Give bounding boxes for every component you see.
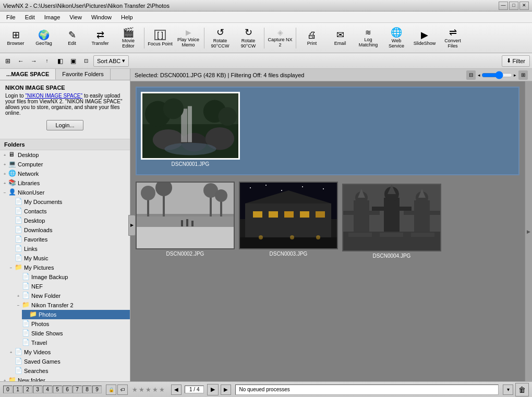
tree-item-new-folder2[interactable]: + 📁 New folder — [0, 376, 130, 381]
tree-item-links[interactable]: 📄 Links — [7, 244, 130, 254]
menu-edit[interactable]: Edit — [21, 13, 39, 21]
star-5[interactable]: ★ — [159, 386, 165, 393]
sort-button[interactable]: Sort ABC ▾ — [93, 55, 129, 67]
queue-dropdown-button[interactable]: ▾ — [503, 384, 513, 395]
tree-item-photos2[interactable]: 📄 Photos — [15, 319, 130, 329]
num-9[interactable]: 9 — [92, 386, 102, 393]
delete-button[interactable]: 🗑 — [515, 383, 529, 396]
tree-item-desktop2[interactable]: 📄 Desktop — [7, 216, 130, 225]
expander-libraries[interactable]: + — [1, 179, 8, 187]
rotate-cw-button[interactable]: ↻ Rotate 90°CW — [235, 25, 262, 52]
play-voice-button[interactable]: ▶ Play Voice Memo — [175, 25, 202, 52]
num-3[interactable]: 3 — [33, 386, 42, 393]
edit-button[interactable]: ✎ Edit — [58, 25, 86, 52]
transfer-button[interactable]: ⇄ Transfer — [87, 25, 114, 52]
num-5[interactable]: 5 — [53, 386, 62, 393]
tree-item-travel[interactable]: 📄 Travel — [15, 338, 130, 347]
rotate-ccw-button[interactable]: ↺ Rotate 90°CCW — [207, 25, 234, 52]
menu-help[interactable]: Help — [117, 13, 137, 21]
tree-item-saved-games[interactable]: 📄 Saved Games — [7, 357, 130, 366]
focus-point-button[interactable]: [ ] Focus Point — [147, 25, 174, 52]
view-mode-button[interactable]: ▣ — [67, 55, 79, 67]
num-6[interactable]: 6 — [63, 386, 72, 393]
nav-forward-button[interactable]: → — [28, 55, 40, 67]
capture-nx-button[interactable]: ◈ Capture NX 2 — [267, 25, 294, 52]
copy-button[interactable]: ⊡ — [80, 55, 92, 67]
view-single-icon[interactable]: ⊟ — [466, 70, 476, 80]
tree-item-network[interactable]: + 🌐 Network — [0, 169, 130, 178]
next-image-button[interactable]: ▶ — [221, 384, 231, 395]
expander-computer[interactable]: + — [1, 161, 8, 168]
star-4[interactable]: ★ — [152, 386, 158, 393]
num-4[interactable]: 4 — [43, 386, 52, 393]
num-2[interactable]: 2 — [23, 386, 32, 393]
tree-item-downloads[interactable]: 📄 Downloads — [7, 225, 130, 235]
zoom-slider[interactable] — [481, 72, 513, 78]
view-multi-icon[interactable]: ⊞ — [518, 70, 528, 80]
image-cell-3[interactable]: DSCN0003.JPG — [239, 182, 338, 259]
tree-item-my-pictures[interactable]: − 📁 My Pictures — [7, 263, 130, 272]
tree-item-desktop[interactable]: + 🖥 Desktop — [0, 150, 130, 160]
right-panel-toggle[interactable]: ▶ — [525, 81, 532, 381]
tree-item-nikonuser[interactable]: − 👤 NikonUser — [0, 188, 130, 197]
menu-file[interactable]: File — [2, 13, 20, 21]
log-matching-button[interactable]: ≋ Log Matching — [355, 25, 382, 52]
close-button[interactable]: ✕ — [519, 2, 529, 10]
expander-network[interactable]: + — [1, 170, 8, 177]
filter-button[interactable]: ⬇ Filter — [502, 55, 530, 67]
minimize-button[interactable]: — — [499, 2, 508, 10]
tree-item-searches[interactable]: 📄 Searches — [7, 366, 130, 376]
convert-files-button[interactable]: ⇌ Convert Files — [439, 25, 466, 52]
tree-item-libraries[interactable]: + 📚 Libraries — [0, 178, 130, 188]
tree-item-new-folder[interactable]: + 📄 New Folder — [15, 291, 130, 300]
menu-window[interactable]: Window — [87, 13, 116, 21]
tree-item-nef[interactable]: 📄 NEF — [15, 282, 130, 291]
tree-item-computer[interactable]: + 💻 Computer — [0, 160, 130, 169]
tree-item-my-documents[interactable]: 📄 My Documents — [7, 197, 130, 207]
menu-image[interactable]: Image — [40, 13, 65, 21]
browser-button[interactable]: ⊞ Browser — [2, 25, 29, 52]
flag-button[interactable]: 🏷 — [117, 384, 128, 395]
star-2[interactable]: ★ — [139, 386, 144, 393]
star-1[interactable]: ★ — [132, 386, 138, 393]
num-8[interactable]: 8 — [82, 386, 92, 393]
expander-nikonuser[interactable]: − — [1, 189, 8, 196]
image-cell-4[interactable]: DSCN0004.JPG — [342, 184, 441, 259]
maximize-button[interactable]: □ — [509, 2, 518, 10]
tree-item-slide-shows[interactable]: 📄 Slide Shows — [15, 329, 130, 338]
tree-item-photos-selected[interactable]: 📁 Photos — [22, 310, 130, 319]
tab-favorite-folders[interactable]: Favorite Folders — [56, 69, 110, 80]
num-1[interactable]: 1 — [13, 386, 22, 393]
tree-item-nikon-transfer2[interactable]: − 📁 Nikon Transfer 2 — [15, 300, 130, 310]
print-button[interactable]: 🖨 Print — [298, 25, 325, 52]
image-cell-1[interactable]: DSCN0001.JPG — [141, 92, 240, 167]
menu-view[interactable]: View — [65, 13, 86, 21]
image-cell-2[interactable]: DSCN0002.JPG — [136, 182, 235, 259]
web-service-button[interactable]: 🌐 Web Service — [383, 25, 410, 52]
tab-image-space[interactable]: ...MAGE SPACE — [0, 69, 56, 80]
slideshow-button[interactable]: ▶ SlideShow — [411, 25, 438, 52]
collapse-panel-button[interactable]: ▶ — [128, 215, 136, 236]
view-toggle-button[interactable]: ◧ — [54, 55, 66, 67]
num-0[interactable]: 0 — [3, 386, 13, 393]
tree-item-my-videos[interactable]: + 📄 My Videos — [7, 347, 130, 357]
view-grid-button[interactable]: ⊞ — [2, 55, 14, 67]
protect-button[interactable]: 🔒 — [106, 384, 116, 395]
movie-editor-button[interactable]: 🎬 Movie Editor — [115, 25, 142, 52]
num-7[interactable]: 7 — [72, 386, 82, 393]
nav-back-button[interactable]: ← — [15, 55, 27, 67]
email-button[interactable]: ✉ Email — [327, 25, 354, 52]
tree-item-my-music[interactable]: 📄 My Music — [7, 254, 130, 263]
login-button[interactable]: Login... — [46, 120, 83, 130]
tree-item-image-backup[interactable]: 📄 Image Backup — [15, 272, 130, 282]
star-3[interactable]: ★ — [146, 386, 151, 393]
prev-image-button[interactable]: ◀ — [171, 384, 182, 395]
nikon-space-link[interactable]: "NIKON IMAGE SPACE" — [25, 93, 82, 99]
expander-desktop[interactable]: + — [1, 151, 8, 159]
selected-row[interactable]: DSCN0001.JPG — [136, 87, 519, 175]
tree-item-contacts[interactable]: 📄 Contacts — [7, 207, 130, 216]
play-button[interactable]: ▶ — [207, 384, 219, 395]
nav-up-button[interactable]: ↑ — [41, 55, 53, 67]
geotag-button[interactable]: 🌍 GeoTag — [30, 25, 57, 52]
tree-item-favorites[interactable]: 📄 Favorites — [7, 235, 130, 244]
